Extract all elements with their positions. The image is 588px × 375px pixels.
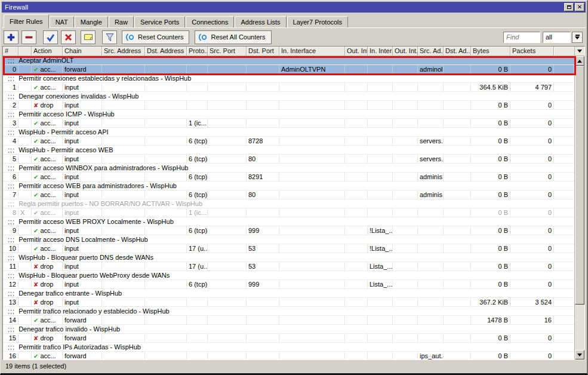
rule-row[interactable]: 8X✔acc...input1 (ic...0 B0 (3, 208, 574, 217)
column-header-flag[interactable] (19, 47, 32, 56)
tab-raw[interactable]: Raw (109, 16, 134, 28)
comment-row[interactable]: ;;;Denegar trafico invalido - WispHub (3, 325, 574, 334)
comment-row[interactable]: ;;;Permitir acceso DNS Localmente - Wisp… (3, 235, 574, 244)
column-header-chain[interactable]: Chain (63, 47, 102, 56)
column-header-dst_port[interactable]: Dst. Port (247, 47, 279, 56)
comment-row[interactable]: ;;;Permitir acceso ICMP - WispHub (3, 110, 574, 119)
cell-src_address_list: adminolt (418, 65, 444, 74)
cell-chain: forward (63, 352, 102, 361)
column-header-src_port[interactable]: Src. Port (208, 47, 247, 56)
comment-row[interactable]: ;;;WispHub - Permitir acceso API (3, 128, 574, 137)
comment-row[interactable]: ;;;Permitir acceso WEB para administrado… (3, 182, 574, 190)
rule-row[interactable]: 4✔acc...input6 (tcp)8728servers...0 B0 (3, 137, 574, 146)
column-header-action[interactable]: Action (32, 47, 63, 56)
column-header-bytes[interactable]: Bytes (471, 47, 510, 56)
column-header-out_interface_list[interactable]: Out. Int... (393, 47, 418, 56)
column-header-out_interface[interactable]: Out. Int... (345, 47, 368, 56)
cell-dst_address (145, 208, 187, 217)
column-header-num[interactable]: # (3, 47, 19, 56)
filter-scope-select[interactable]: all (543, 32, 571, 43)
filter-button[interactable] (102, 30, 117, 44)
cell-in_interface_list (368, 316, 393, 325)
rule-row[interactable]: 13✘dropinput367.2 KiB3 524 (3, 298, 574, 307)
tab-layer7-protocols[interactable]: Layer7 Protocols (287, 16, 349, 28)
cell-in_interface (279, 298, 345, 307)
column-header-in_interface[interactable]: In. Interface (279, 47, 345, 56)
cell-filler (554, 83, 574, 92)
tab-filter-rules[interactable]: Filter Rules (4, 14, 49, 28)
tab-connections[interactable]: Connections (186, 16, 234, 28)
rule-row[interactable]: 1✔acc...input364.5 KiB4 797 (3, 83, 574, 92)
comment-button[interactable] (81, 30, 96, 44)
tab-nat[interactable]: NAT (50, 16, 74, 28)
rule-row[interactable]: 7✔acc...input6 (tcp)80adminis...0 B0 (3, 190, 574, 199)
cell-src_port (208, 208, 247, 217)
rule-row[interactable]: 15✘dropforward0 B0 (3, 334, 574, 343)
rule-row[interactable]: 9✔acc...input6 (tcp)999!Lista_...0 B0 (3, 226, 574, 235)
cell-in_interface_list: Lista_... (368, 280, 393, 289)
cell-out_interface_list (393, 173, 418, 182)
rule-row[interactable]: 14✔acc...forward1478 B16 (3, 316, 574, 325)
column-header-src_address[interactable]: Src. Address (102, 47, 145, 56)
comment-row[interactable]: ;;;Aceptar AdminOLT (3, 56, 574, 65)
cell-bytes: 0 B (471, 334, 510, 343)
disable-rule-button[interactable] (61, 30, 76, 44)
rule-row[interactable]: 2✘dropinput0 B0 (3, 101, 574, 110)
comment-row[interactable]: ;;;Permitir conexiones establecidas y re… (3, 74, 574, 83)
comment-row[interactable]: ;;;Permitir acceso WEB PROXY Localmente … (3, 217, 574, 226)
rule-row[interactable]: 5✔acc...input6 (tcp)80servers...0 B0 (3, 155, 574, 164)
scroll-down-button[interactable] (575, 350, 584, 359)
comment-row[interactable]: ;;;Permitir trafico IPs Autorizadas - Wi… (3, 343, 574, 352)
reset-counters-button[interactable]: Reset Counters (122, 30, 189, 44)
close-button[interactable]: ✕ (575, 3, 584, 11)
vertical-scrollbar[interactable] (574, 56, 584, 359)
cell-dst_address (145, 262, 187, 271)
rule-row[interactable]: 10✔acc...input17 (u...53!Lista_...0 B0 (3, 244, 574, 253)
filter-scope-dropdown-button[interactable] (572, 32, 583, 43)
column-header-in_interface_list[interactable]: In. Inter... (368, 47, 393, 56)
comment-row[interactable]: ;;;WispHub - Permitir acceso WEB (3, 146, 574, 155)
enable-rule-button[interactable] (43, 30, 58, 44)
cell-packets: 0 (510, 244, 554, 253)
comment-row[interactable]: ;;;Regla permitir puertos - NO BORRAR/NO… (3, 199, 574, 208)
comment-row[interactable]: ;;;Denegar conexiones invalidas - WispHu… (3, 92, 574, 101)
rule-row[interactable]: 6✔acc...input6 (tcp)8291adminis...0 B0 (3, 173, 574, 182)
comment-row[interactable]: ;;;WispHub - Bloquear puerto DNS desde W… (3, 253, 574, 262)
rule-row[interactable]: 0✔acc...forwardAdminOLTVPNadminolt0 B0 (3, 65, 574, 74)
cell-src_address (102, 190, 145, 199)
rule-row[interactable]: 3✔acc...input1 (ic...0 B0 (3, 119, 574, 128)
rule-row[interactable]: 11✘dropinput17 (u...53Lista_...0 B0 (3, 262, 574, 271)
scroll-up-button[interactable] (575, 56, 584, 66)
tab-address-lists[interactable]: Address Lists (235, 16, 286, 28)
cell-packets: 0 (510, 137, 554, 146)
column-header-packets[interactable]: Packets (510, 47, 554, 56)
reset-all-counters-button[interactable]: Reset All Counters (195, 30, 271, 44)
cell-bytes: 0 B (471, 137, 510, 146)
column-selector-button[interactable] (574, 47, 584, 56)
cell-out_interface (345, 262, 368, 271)
column-header-protocol[interactable]: Proto... (187, 47, 208, 56)
tab-mangle[interactable]: Mangle (75, 16, 108, 28)
find-input[interactable] (503, 32, 540, 43)
rule-row[interactable]: 12✘dropinput6 (tcp)999Lista_...0 B0 (3, 280, 574, 289)
column-header-src_address_list[interactable]: Src. Ad... (418, 47, 444, 56)
rule-row[interactable]: 16✔acc...forwardips_aut...0 B0 (3, 352, 574, 360)
maximize-button[interactable] (564, 3, 574, 11)
cell-num: 9 (3, 226, 19, 235)
accept-check-icon: ✔ (33, 245, 38, 252)
column-header-dst_address[interactable]: Dst. Address (145, 47, 187, 56)
tab-service-ports[interactable]: Service Ports (134, 16, 185, 28)
cell-src_port (208, 101, 247, 110)
comment-row[interactable]: ;;;Permitir acceso WINBOX para administr… (3, 164, 574, 173)
comment-row[interactable]: ;;;Permitir trafico relacionado y establ… (3, 307, 574, 316)
cell-out_interface_list (393, 280, 418, 289)
add-rule-button[interactable] (4, 30, 19, 44)
remove-rule-button[interactable] (21, 30, 36, 44)
scrollbar-thumb[interactable] (575, 66, 584, 305)
comment-prefix: ;;; (8, 146, 15, 153)
cell-protocol: 17 (u... (187, 262, 208, 271)
comment-row[interactable]: ;;;WispHub - Bloquear puerto WebProxy de… (3, 271, 574, 280)
column-header-dst_address_list[interactable]: Dst. Ad... (444, 47, 471, 56)
cell-src_port (208, 173, 247, 182)
comment-row[interactable]: ;;;Denegar trafico entrante - WispHub (3, 289, 574, 298)
